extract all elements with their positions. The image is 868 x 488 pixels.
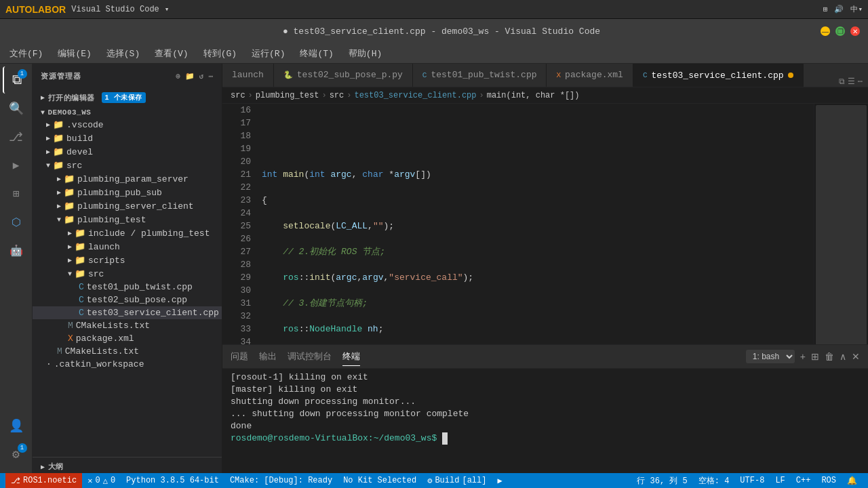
status-run[interactable]: ▶ [492, 473, 507, 488]
tab-test03-cpp[interactable]: C test03_service_client.cpp [633, 64, 804, 87]
run-icon: ▶ [13, 159, 20, 172]
minimize-button[interactable]: — [821, 26, 830, 36]
tree-item-vscode[interactable]: ▶ 📁 .vscode [33, 118, 222, 131]
new-file-icon[interactable]: ⊕ [176, 72, 181, 81]
open-editors-section[interactable]: ▶ 打开的编辑器 1 个未保存 [33, 88, 222, 104]
menu-run[interactable]: 运行(R) [245, 45, 292, 62]
activity-ros[interactable]: ⬡ [3, 209, 30, 236]
breadcrumb-symbol[interactable]: main(int, char *[]) [487, 91, 580, 100]
activity-run[interactable]: ▶ [3, 152, 30, 179]
src-label: src [66, 161, 82, 171]
tree-item-plumbing-server[interactable]: ▶ 📁 plumbing_server_client [33, 199, 222, 213]
terminal-tab-debug[interactable]: 调试控制台 [288, 348, 332, 365]
os-dropdown[interactable]: ▾ [165, 5, 170, 14]
maximize-terminal-button[interactable]: ∧ [840, 351, 846, 362]
tab-launch[interactable]: launch [222, 64, 274, 87]
code-content[interactable]: int main(int argc, char *argv[]) { setlo… [256, 104, 814, 344]
status-line-ending[interactable]: LF [770, 473, 790, 488]
tree-item-test03[interactable]: C test03_service_client.cpp [33, 306, 222, 319]
tab-package-xml[interactable]: X package.xml [547, 64, 633, 87]
status-build[interactable]: ⚙ Build [all] [422, 473, 492, 488]
shell-selector[interactable]: 1: bash [746, 350, 795, 363]
new-terminal-button[interactable]: + [800, 351, 806, 362]
menu-edit[interactable]: 编辑(E) [51, 45, 98, 62]
python-version: Python 3.8.5 64-bit [126, 476, 219, 485]
terminal-line-5: done [231, 420, 860, 432]
terminal-tab-problems[interactable]: 问题 [231, 348, 248, 365]
split-editor-icon[interactable]: ⧉ [839, 77, 845, 87]
cmake-icon2: M [57, 346, 62, 357]
window-title: ● test03_service_client.cpp - demo03_ws … [62, 26, 821, 37]
menu-help[interactable]: 帮助(H) [342, 45, 389, 62]
outline-label: 大纲 [48, 462, 64, 472]
menu-view[interactable]: 查看(V) [148, 45, 195, 62]
status-notifications[interactable]: 🔔 [842, 473, 863, 488]
activity-search[interactable]: 🔍 [3, 95, 30, 122]
root-folder-section[interactable]: ▼ DEMO03_WS [33, 104, 222, 118]
terminal-tab-terminal[interactable]: 终端 [342, 348, 360, 366]
status-cursor[interactable]: 行 36, 列 5 [631, 473, 692, 488]
tree-item-src2[interactable]: ▼ 📁 src [33, 267, 222, 281]
activity-robot[interactable]: 🤖 [3, 237, 30, 264]
more-actions-icon[interactable]: ⋯ [858, 77, 863, 87]
breadcrumb-file[interactable]: test03_service_client.cpp [354, 91, 476, 100]
src2-icon: 📁 [75, 268, 85, 279]
terminal-line-2: [master] killing on exit [231, 384, 860, 396]
split-terminal-button[interactable]: ⊞ [811, 351, 819, 362]
tree-item-scripts[interactable]: ▶ 📁 scripts [33, 253, 222, 267]
status-git[interactable]: ⎇ ROS1.noetic [5, 473, 82, 488]
settings-badge: 1 [18, 443, 27, 453]
delete-terminal-button[interactable]: 🗑 [825, 351, 834, 362]
close-button[interactable]: ✕ [850, 26, 860, 36]
activity-account[interactable]: 👤 [3, 412, 30, 439]
plumbing-pub-icon: 📁 [64, 187, 75, 198]
tree-item-package[interactable]: X package.xml [33, 332, 222, 345]
tree-item-cmake2[interactable]: M CMakeLists.txt [33, 345, 222, 358]
menu-file[interactable]: 文件(F) [3, 45, 50, 62]
tree-item-include[interactable]: ▶ 📁 include / plumbing_test [33, 226, 222, 240]
activity-settings[interactable]: ⚙ 1 [3, 441, 30, 468]
status-ros[interactable]: ROS [816, 473, 842, 488]
title-bar: ● test03_service_client.cpp - demo03_ws … [0, 19, 868, 43]
activity-explorer[interactable]: ⧉ 1 [3, 66, 30, 94]
menu-goto[interactable]: 转到(G) [197, 45, 243, 62]
breadcrumb-src2[interactable]: src [330, 91, 344, 100]
close-terminal-button[interactable]: ✕ [852, 351, 860, 362]
menu-terminal[interactable]: 终端(T) [293, 45, 340, 62]
refresh-icon[interactable]: ↺ [199, 72, 205, 81]
tree-item-catkin[interactable]: · .catkin_workspace [33, 358, 222, 371]
activity-source-control[interactable]: ⎇ [3, 123, 30, 150]
tab-test01-cpp[interactable]: C test01_pub_twist.cpp [413, 64, 547, 87]
tree-item-src[interactable]: ▼ 📁 src [33, 159, 222, 172]
status-kit[interactable]: No Kit Selected [338, 473, 422, 488]
breadcrumb-plumbing[interactable]: plumbing_test [256, 91, 319, 100]
terminal-content: [rosout-1] killing on exit [master] kill… [222, 369, 868, 473]
tree-item-plumbing-test[interactable]: ▼ 📁 plumbing_test [33, 213, 222, 226]
editor-layout-icon[interactable]: ☰ [848, 77, 855, 87]
terminal-tab-output[interactable]: 输出 [259, 348, 277, 365]
tree-item-build[interactable]: ▶ 📁 build [33, 131, 222, 145]
tree-item-plumbing-pub[interactable]: ▶ 📁 plumbing_pub_sub [33, 186, 222, 199]
tab-test02-py[interactable]: 🐍 test02_sub_pose_p.py [274, 64, 413, 87]
status-python[interactable]: Python 3.8.5 64-bit [121, 473, 224, 488]
new-folder-icon[interactable]: 📁 [185, 72, 195, 81]
status-encoding[interactable]: UTF-8 [734, 473, 770, 488]
outline-section[interactable]: ▶ 大纲 [33, 457, 222, 473]
tree-item-plumbing-param[interactable]: ▶ 📁 plumbing_param_server [33, 172, 222, 186]
tree-item-devel[interactable]: ▶ 📁 devel [33, 145, 222, 159]
collapse-icon[interactable]: ⋯ [208, 72, 214, 81]
breadcrumb-src[interactable]: src [231, 91, 245, 100]
status-spaces[interactable]: 空格: 4 [693, 473, 735, 488]
tree-item-launch[interactable]: ▶ 📁 launch [33, 240, 222, 253]
tree-item-cmake1[interactable]: M CMakeLists.txt [33, 319, 222, 332]
autolabor-logo: AUTOLABOR [5, 4, 66, 15]
menu-select[interactable]: 选择(S) [100, 45, 146, 62]
status-errors[interactable]: ✕ 0 △ 0 [82, 473, 121, 488]
tree-item-test01[interactable]: C test01_pub_twist.cpp [33, 281, 222, 293]
status-language[interactable]: C++ [791, 473, 816, 488]
code-editor[interactable]: 16 17 18 19 20 21 22 23 24 25 26 27 28 2… [222, 104, 868, 344]
status-cmake[interactable]: CMake: [Debug]: Ready [224, 473, 338, 488]
tree-item-test02[interactable]: C test02_sub_pose.cpp [33, 293, 222, 306]
maximize-button[interactable]: ❐ [835, 26, 845, 36]
activity-extensions[interactable]: ⊞ [3, 180, 30, 207]
